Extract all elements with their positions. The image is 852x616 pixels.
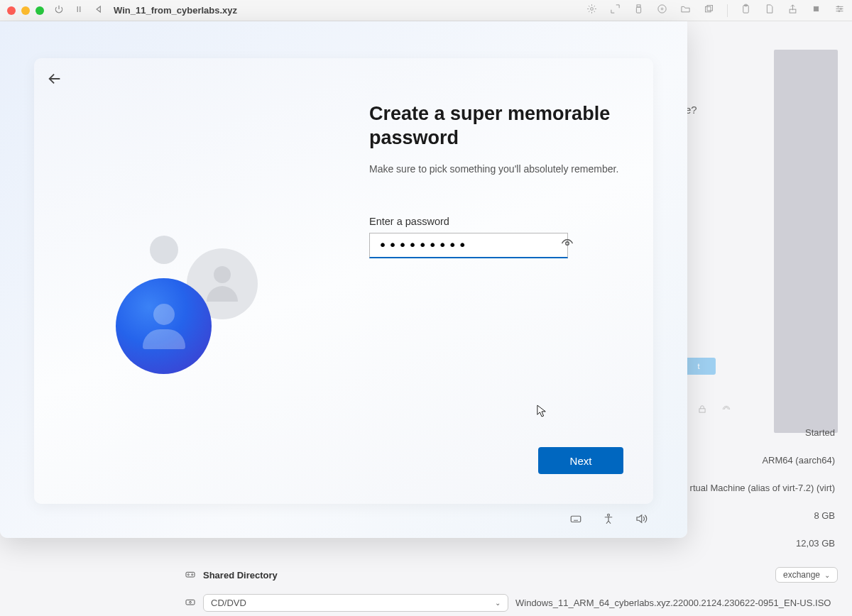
blue-avatar-circle <box>116 278 212 374</box>
svg-line-11 <box>594 6 595 6</box>
folder-icon[interactable] <box>680 4 691 17</box>
share-icon[interactable] <box>787 4 798 17</box>
keyboard-icon[interactable] <box>569 512 582 528</box>
vm-title: Win_11_from_cyberlabs.xyz <box>114 5 237 16</box>
oobe-content: Create a super memorable password Make s… <box>369 102 625 258</box>
volume-icon[interactable] <box>635 512 648 528</box>
small-gray-circle <box>150 236 178 264</box>
user-illustration <box>116 236 286 406</box>
cd-dvd-row-1: CD/DVD ⌄ Windows_11_ARM_64_cyberlabs.xyz… <box>185 590 838 616</box>
pause-icon[interactable] <box>74 4 84 17</box>
svg-point-37 <box>566 242 569 246</box>
svg-point-43 <box>608 514 610 516</box>
svg-rect-29 <box>186 572 195 577</box>
password-input[interactable] <box>378 236 559 253</box>
clipboard-icon[interactable] <box>741 4 751 17</box>
sliders-icon[interactable] <box>834 4 845 17</box>
svg-point-3 <box>591 8 594 11</box>
window-controls <box>7 6 44 15</box>
toolbar-separator <box>727 4 728 17</box>
vm-guest-window: Create a super memorable password Make s… <box>0 21 687 538</box>
vm-status: Started <box>805 427 835 438</box>
cd-dvd-value-1: Windows_11_ARM_64_cyberlabs.xyz.22000.21… <box>515 598 831 608</box>
shared-folder-icon <box>185 568 196 582</box>
svg-point-15 <box>661 8 663 10</box>
svg-rect-16 <box>706 6 711 12</box>
next-button[interactable]: Next <box>538 447 623 474</box>
power-icon[interactable] <box>54 4 64 17</box>
accessibility-icon[interactable] <box>602 512 615 528</box>
vm-disk: 12,03 GB <box>796 538 835 549</box>
host-right-icons <box>586 4 845 17</box>
oobe-bottom-icons <box>569 512 648 528</box>
svg-point-33 <box>190 601 192 603</box>
expand-icon[interactable] <box>610 4 621 17</box>
cd-dvd-select-1[interactable]: CD/DVD ⌄ <box>203 594 508 612</box>
svg-rect-21 <box>814 6 818 11</box>
vm-memory: 8 GB <box>814 510 835 521</box>
page-title: Create a super memorable password <box>369 102 625 150</box>
document-icon[interactable] <box>764 4 775 17</box>
svg-line-10 <box>589 11 589 12</box>
svg-point-14 <box>658 5 666 13</box>
vm-arch: ARM64 (aarch64) <box>762 455 835 466</box>
svg-rect-32 <box>186 600 195 605</box>
svg-line-8 <box>589 6 589 6</box>
password-field-label: Enter a password <box>369 216 625 227</box>
disc-icon[interactable] <box>657 4 667 17</box>
svg-line-9 <box>594 11 595 12</box>
host-toolbar: Win_11_from_cyberlabs.xyz <box>0 0 852 21</box>
host-left-icons <box>54 4 104 17</box>
shared-directory-label: Shared Directory <box>203 570 278 581</box>
svg-marker-44 <box>637 515 642 523</box>
person-silhouette-icon <box>143 304 185 349</box>
minimize-window-button[interactable] <box>21 6 30 15</box>
host-preview-panel <box>774 50 838 433</box>
reveal-password-button[interactable] <box>559 236 575 254</box>
chevron-down-icon: ⌄ <box>495 599 501 607</box>
back-button[interactable] <box>47 71 62 89</box>
page-subtitle: Make sure to pick something you'll absol… <box>369 163 625 175</box>
oobe-card: Create a super memorable password Make s… <box>34 58 653 504</box>
back-triangle-icon[interactable] <box>94 4 104 17</box>
svg-point-30 <box>187 573 189 575</box>
brightness-icon[interactable] <box>586 4 597 17</box>
svg-point-31 <box>192 573 193 575</box>
svg-rect-28 <box>699 409 705 412</box>
close-window-button[interactable] <box>7 6 16 15</box>
fullscreen-window-button[interactable] <box>36 6 44 15</box>
disc-drive-icon <box>185 596 196 610</box>
svg-rect-13 <box>636 7 640 13</box>
vm-machine: rtual Machine (alias of virt-7.2) (virt) <box>690 483 835 493</box>
password-input-wrap <box>369 233 568 258</box>
svg-rect-17 <box>707 6 713 11</box>
usb-icon[interactable] <box>633 4 644 17</box>
shared-directory-row: Shared Directory exchange ⌄ <box>185 564 838 585</box>
svg-rect-38 <box>571 516 581 522</box>
svg-marker-2 <box>97 6 100 11</box>
shared-directory-dropdown[interactable]: exchange ⌄ <box>775 567 838 583</box>
partial-bg-tray <box>697 405 731 414</box>
chevron-down-icon: ⌄ <box>824 571 830 579</box>
stop-icon[interactable] <box>811 4 821 17</box>
windows-overlap-icon[interactable] <box>704 4 714 17</box>
person-silhouette-icon <box>207 266 238 302</box>
